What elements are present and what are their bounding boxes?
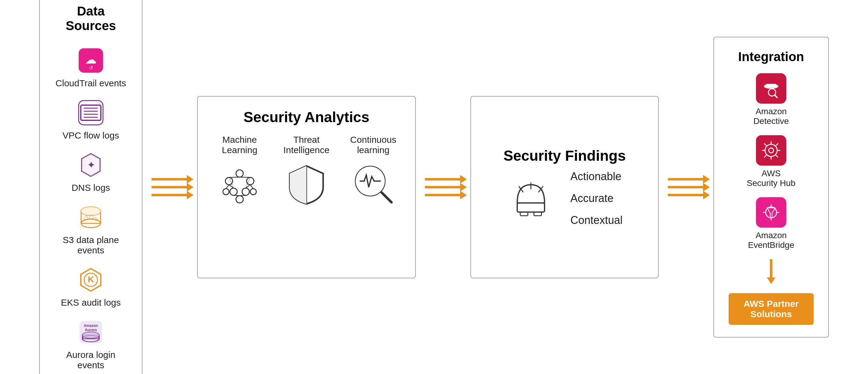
analytics-title: Security Analytics [244,109,369,125]
svg-line-40 [234,195,240,196]
integration-box: Integration AmazonDetective [713,37,829,338]
svg-line-41 [240,195,246,196]
svg-line-35 [240,177,250,178]
s3-label: S3 data plane events [52,235,130,255]
source-item-eks: K EKS audit logs [61,264,121,308]
dns-label: DNS logs [72,183,110,193]
arrows-to-findings [425,178,461,196]
eks-label: EKS audit logs [61,298,121,308]
svg-line-39 [250,185,253,189]
cloudtrail-icon: ☁ ↺ [75,45,106,76]
arrow-6 [425,194,461,196]
detective-icon [756,73,786,103]
eventbridge-icon [756,197,786,227]
detective-label: AmazonDetective [753,106,789,126]
svg-rect-3 [79,100,103,125]
finding-actionable: Actionable [570,170,623,183]
eventbridge-label: AmazonEventBridge [748,230,795,250]
securityhub-icon [756,135,786,165]
dns-icon: ✦ [75,150,106,180]
integration-item-detective: AmazonDetective [753,73,789,126]
partner-solutions-button[interactable]: AWS PartnerSolutions [728,293,814,325]
data-sources-title: Data Sources [52,4,130,33]
finding-contextual: Contextual [570,214,623,227]
svg-point-33 [250,189,256,195]
vpc-label: VPC flow logs [63,130,119,141]
data-sources-box: Data Sources ☁ ↺ CloudTrail events [39,0,143,374]
arrow-down-line [770,259,772,277]
threat-label: ThreatIntelligence [283,134,330,155]
threat-icon [282,160,331,209]
svg-text:↺: ↺ [89,65,93,70]
svg-line-37 [226,185,229,189]
svg-text:Amazon: Amazon [84,323,98,328]
ml-label: MachineLearning [222,134,257,155]
arrow-1 [152,178,188,181]
svg-point-59 [769,148,774,153]
cloudtrail-label: CloudTrail events [56,78,126,88]
svg-line-65 [776,155,778,157]
source-item-s3: △ □ ◇ S3 data plane events [52,202,130,255]
security-findings-box: Security Findings Actionabl [470,96,659,278]
source-item-cloudtrail: ☁ ↺ CloudTrail events [56,45,126,88]
svg-text:K: K [88,275,94,284]
aurora-label: Aurora login events [52,350,130,370]
securityhub-label: AWSSecurity Hub [747,168,796,188]
integration-title: Integration [738,50,804,64]
analytics-items: MachineLearning [212,134,401,209]
svg-text:◇: ◇ [94,216,98,221]
integration-item-securityhub: AWSSecurity Hub [747,135,796,188]
arrow-2 [152,186,188,188]
svg-text:Aurora: Aurora [85,328,97,332]
arrow-4 [425,178,461,181]
svg-rect-55 [766,84,776,87]
s3-icon: △ □ ◇ [75,202,106,232]
svg-point-25 [82,332,99,338]
continuous-icon [349,160,398,209]
source-item-aurora: Amazon Aurora Aurora login events [52,317,130,370]
svg-point-32 [223,189,229,195]
svg-point-58 [765,144,777,156]
svg-text:△: △ [84,213,89,220]
arrow-9 [668,194,704,196]
svg-line-34 [229,177,240,178]
arrow-down [767,259,775,284]
arrow-3 [152,194,188,196]
findings-title: Security Findings [503,147,626,164]
analytics-item-threat: ThreatIntelligence [279,134,334,209]
arrow-down-head [767,277,775,284]
ml-icon [215,160,264,209]
security-analytics-box: Security Analytics MachineLearning [197,96,416,278]
findings-content: Actionable Accurate Contextual [506,170,623,227]
svg-point-30 [242,188,249,195]
arrow-8 [668,186,704,188]
arrow-7 [668,178,704,181]
findings-labels: Actionable Accurate Contextual [570,170,623,227]
svg-text:☁: ☁ [85,53,97,66]
eks-icon: K [75,264,106,295]
svg-line-67 [764,155,767,157]
aurora-icon: Amazon Aurora [75,317,106,347]
arrows-to-analytics [152,178,188,196]
arrows-to-integration [668,178,704,196]
svg-point-27 [225,178,232,185]
arrow-5 [425,186,461,188]
source-item-dns: ✦ DNS logs [72,150,110,193]
alarm-icon [506,174,555,223]
analytics-item-ml: MachineLearning [212,134,267,209]
svg-point-31 [236,196,243,203]
svg-point-26 [236,170,243,177]
svg-line-57 [775,95,777,97]
svg-text:□: □ [89,213,93,220]
finding-accurate: Accurate [570,192,623,205]
analytics-item-continuous: Continuouslearning [346,134,401,209]
svg-point-29 [230,188,237,195]
svg-point-28 [247,178,254,185]
main-diagram: Data Sources ☁ ↺ CloudTrail events [0,0,868,374]
vpc-icon [75,97,106,128]
svg-marker-69 [767,208,775,218]
continuous-label: Continuouslearning [350,134,396,155]
svg-rect-48 [517,203,545,212]
svg-line-47 [381,192,392,202]
source-item-vpc: VPC flow logs [63,97,119,141]
